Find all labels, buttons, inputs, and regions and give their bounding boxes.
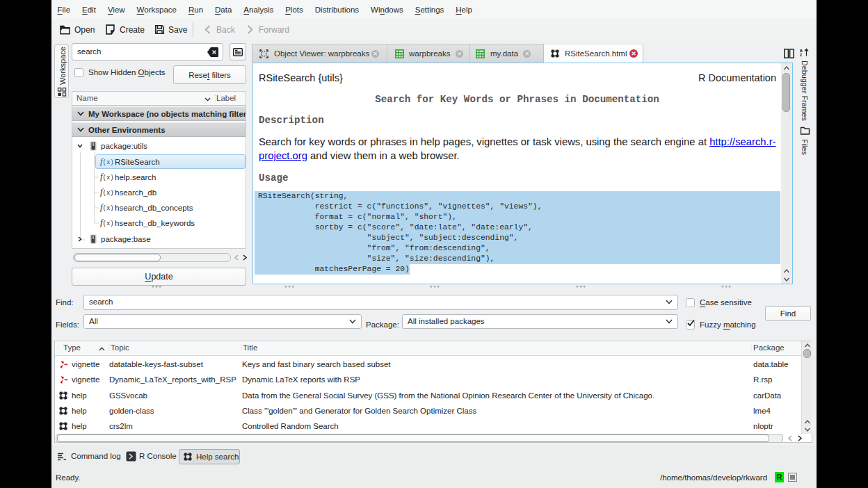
svg-text:z: z bbox=[800, 52, 803, 57]
